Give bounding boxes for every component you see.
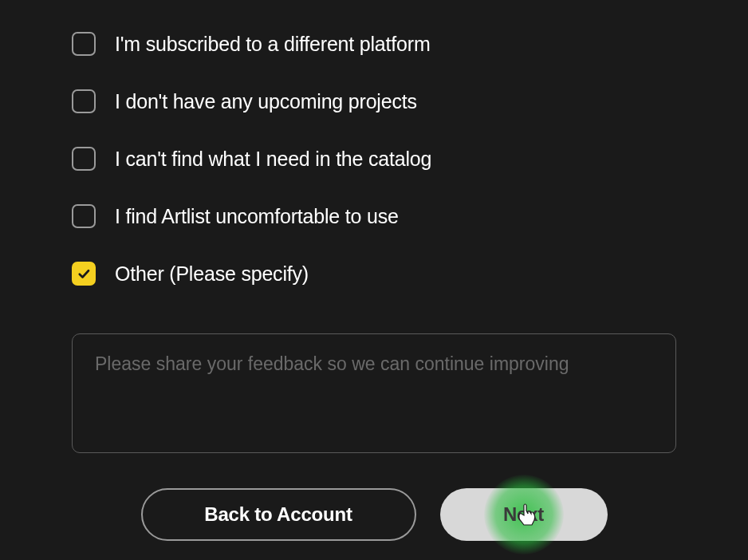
- option-label: Other (Please specify): [115, 262, 309, 286]
- button-row: Back to Account Next: [72, 488, 676, 541]
- option-label: I find Artlist uncomfortable to use: [115, 205, 399, 228]
- option-catalog[interactable]: I can't find what I need in the catalog: [72, 147, 676, 171]
- checkbox-icon: [72, 32, 96, 56]
- back-button-label: Back to Account: [204, 503, 352, 526]
- next-button-label: Next: [503, 503, 544, 526]
- option-different-platform[interactable]: I'm subscribed to a different platform: [72, 32, 676, 56]
- feedback-textarea[interactable]: [72, 333, 676, 453]
- checkbox-icon: [72, 204, 96, 228]
- option-no-projects[interactable]: I don't have any upcoming projects: [72, 89, 676, 113]
- check-icon: [77, 266, 91, 281]
- checkbox-checked-icon: [72, 262, 96, 286]
- back-to-account-button[interactable]: Back to Account: [141, 488, 416, 541]
- cancellation-form: I'm subscribed to a different platform I…: [0, 0, 748, 541]
- option-label: I'm subscribed to a different platform: [115, 33, 431, 56]
- checkbox-icon: [72, 89, 96, 113]
- option-other[interactable]: Other (Please specify): [72, 262, 676, 286]
- option-label: I can't find what I need in the catalog: [115, 148, 431, 171]
- next-button[interactable]: Next: [440, 488, 608, 541]
- option-uncomfortable[interactable]: I find Artlist uncomfortable to use: [72, 204, 676, 228]
- option-label: I don't have any upcoming projects: [115, 90, 417, 113]
- checkbox-icon: [72, 147, 96, 171]
